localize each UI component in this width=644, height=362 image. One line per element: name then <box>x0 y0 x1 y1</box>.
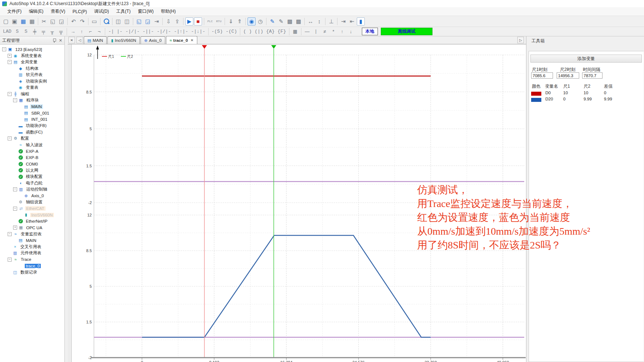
tree-item-module-config[interactable]: ✓模块配置 <box>0 174 64 180</box>
save-icon[interactable]: ▦ <box>19 17 27 25</box>
tree-item-ethercat[interactable]: −⇄EtherCAT <box>0 206 64 212</box>
menu-edit[interactable]: 编辑(E) <box>25 7 47 16</box>
tree-expander-icon[interactable]: + <box>13 226 17 230</box>
contact-rising-icon[interactable]: -|↑|- <box>173 28 189 35</box>
tab-main[interactable]: ▤MAIN <box>84 36 107 44</box>
tree-expander-icon[interactable]: − <box>8 60 12 64</box>
write-icon[interactable]: ✎ <box>268 17 276 25</box>
contact-parallel-nc-icon[interactable]: -|/|- <box>156 28 172 35</box>
tree-item-input-filter[interactable]: ≈输入滤波 <box>0 142 64 148</box>
find-icon[interactable] <box>102 17 110 25</box>
tile-windows-icon[interactable]: ⇥ <box>153 17 161 25</box>
line-up-icon[interactable]: ↑ <box>78 28 86 35</box>
tree-item-trace-0[interactable]: ≈trace_0 <box>0 263 64 269</box>
tree-item-inosv660n[interactable]: ▮InoSV660N <box>0 212 64 218</box>
undo-icon[interactable]: ↶ <box>70 17 78 25</box>
step-out-icon[interactable]: ⇤ <box>348 17 356 25</box>
tree-expander-icon[interactable]: − <box>8 232 12 236</box>
options-icon[interactable]: ▩ <box>295 17 303 25</box>
plc-mode-icon[interactable]: PLC <box>206 17 214 25</box>
menu-help[interactable]: 帮助(H) <box>157 7 179 16</box>
tree-item-device-usage-table[interactable]: ▥元件使用表 <box>0 250 64 256</box>
tab-trace-0[interactable]: ≈trace_0✕ <box>166 36 197 44</box>
ruler1-time-field[interactable] <box>531 72 553 79</box>
variable-row-d20[interactable]: D2009.999.99 <box>529 97 644 103</box>
tree-item-trace[interactable]: −≈Trace <box>0 256 64 263</box>
edit-mode-icon[interactable]: ✎ <box>277 17 285 25</box>
tree-item-axis-group-settings[interactable]: ⚙轴组设置 <box>0 199 64 206</box>
contact-parallel-no-icon[interactable]: -||- <box>141 28 155 35</box>
delete-row-icon[interactable]: ╥ <box>48 28 56 35</box>
delete-v-line-icon[interactable]: * <box>329 28 337 35</box>
redo-icon[interactable]: ↷ <box>78 17 86 25</box>
insert-network-icon[interactable]: ╪ <box>31 28 39 35</box>
tree-item-watch-main[interactable]: ▤MAIN <box>0 237 64 244</box>
tree-expander-icon[interactable]: + <box>8 54 12 58</box>
tree-item-exp-b[interactable]: ✓EXP-B <box>0 155 64 161</box>
tree-item-int-001[interactable]: ▤INT_001 <box>0 116 64 123</box>
tree-item-fb-instances[interactable]: ◈功能块实例 <box>0 78 64 85</box>
new-file-icon[interactable]: ▢ <box>2 17 10 25</box>
tree-expander-icon[interactable]: − <box>8 136 12 140</box>
panel-view-icon[interactable]: ▮ <box>357 17 365 25</box>
connector-icon[interactable]: ⊥ <box>327 17 335 25</box>
download-icon[interactable]: ⇓ <box>227 17 235 25</box>
open-project-icon[interactable]: ▣ <box>11 17 19 25</box>
tree-item-exp-a[interactable]: ✓EXP-A <box>0 148 64 155</box>
menu-window[interactable]: 窗口(W) <box>134 7 157 16</box>
delete-icon[interactable]: ▭ <box>90 17 98 25</box>
tree-expander-icon[interactable]: − <box>8 92 12 96</box>
tree-item-functions[interactable]: ▬函数(FC) <box>0 129 64 136</box>
function-instruction-icon[interactable]: {F} <box>276 28 287 35</box>
upload-icon[interactable]: ⇑ <box>236 17 244 25</box>
export-window-icon[interactable]: ◲ <box>144 17 152 25</box>
tree-item-global-vars[interactable]: −▤全局变量 <box>0 59 64 65</box>
step-into-icon[interactable]: ⇥ <box>339 17 347 25</box>
contact-nc-icon[interactable]: -|/|- <box>124 28 141 35</box>
line-corner-icon[interactable]: ⌐ <box>86 28 94 35</box>
tree-expander-icon[interactable]: − <box>2 47 6 51</box>
tree-item-function-blocks[interactable]: ▬功能块(FB) <box>0 123 64 129</box>
insert-row-icon[interactable]: ╤ <box>39 28 47 35</box>
coil-out-icon[interactable]: ( ) <box>242 28 253 35</box>
move-up-icon[interactable]: ↑ <box>338 28 346 35</box>
sfc-view-icon[interactable]: S <box>22 28 30 35</box>
copy-icon[interactable]: ◱ <box>49 17 57 25</box>
close-panel-icon[interactable]: ✕ <box>59 38 62 43</box>
menu-debug[interactable]: 调试(D) <box>91 7 113 16</box>
tree-item-system-var-table[interactable]: +◉系统变量表 <box>0 53 64 59</box>
scroll-tabs-right-icon[interactable]: ▷ <box>517 37 524 43</box>
tree-item-axis-0[interactable]: ⊕Axis_0 <box>0 193 64 199</box>
print-icon[interactable]: ◫ <box>114 17 122 25</box>
application-instruction-icon[interactable]: {A} <box>265 28 276 35</box>
tree-item-main-program[interactable]: ▤MAIN <box>0 104 64 110</box>
run-icon[interactable]: ▶ <box>185 17 193 25</box>
contact-no-icon[interactable]: -| |- <box>107 28 123 35</box>
tree-item-ethernet[interactable]: ✓以太网 <box>0 167 64 174</box>
save-all-icon[interactable]: ▦ <box>28 17 36 25</box>
tree-expander-icon[interactable]: − <box>13 207 17 211</box>
coil-not-icon[interactable]: (|) <box>254 28 264 35</box>
tab-inosv660n[interactable]: ▮InoSV660N <box>107 36 140 44</box>
ruler2-time-field[interactable] <box>557 72 579 79</box>
lad-view-icon[interactable]: LAD <box>2 28 12 35</box>
tree-expander-icon[interactable]: − <box>8 258 12 262</box>
line-branch-icon[interactable]: ¬ <box>95 28 103 35</box>
left-splitter[interactable] <box>65 36 68 362</box>
local-mode-button[interactable]: 本地 <box>362 28 378 35</box>
tree-item-watch-tables[interactable]: −≈变量监控表 <box>0 231 64 238</box>
contact-falling-icon[interactable]: -|↓|- <box>190 28 206 35</box>
add-variable-button[interactable]: 添加变量 <box>530 55 642 63</box>
scroll-tabs-left-icon[interactable]: ◁ <box>76 37 83 43</box>
close-tab-icon[interactable]: ✕ <box>190 38 193 42</box>
close-tab-strip-icon[interactable]: ✕ <box>68 37 75 43</box>
tree-expander-icon[interactable]: − <box>13 187 17 191</box>
coil-set-icon[interactable]: -(S) <box>210 28 224 35</box>
insert-block-icon[interactable]: ╦ <box>57 28 65 35</box>
tree-item-device-table[interactable]: ▥软元件表 <box>0 72 64 78</box>
tree-item-ethernet-ip[interactable]: ✓EtherNet/IP <box>0 218 64 225</box>
cut-icon[interactable]: ✂ <box>40 17 48 25</box>
find-replace-icon[interactable]: ▩ <box>286 17 294 25</box>
tree-item-project-root[interactable]: −▣123 [Easy523] <box>0 46 64 53</box>
tree-item-electronic-cam[interactable]: ◖电子凸轮 <box>0 180 64 187</box>
